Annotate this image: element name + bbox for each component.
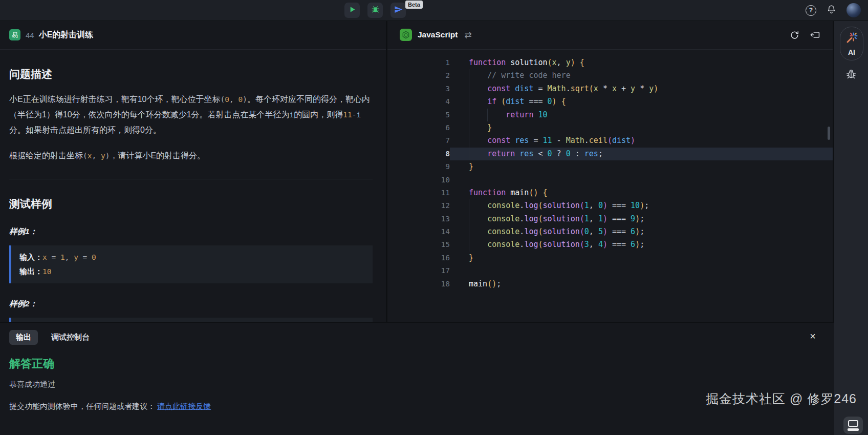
token	[506, 58, 510, 67]
token	[469, 149, 487, 158]
token: res	[584, 149, 598, 158]
code-line[interactable]: 17	[387, 264, 833, 277]
beta-badge: Beta	[405, 1, 423, 9]
bell-icon[interactable]	[827, 4, 836, 16]
token: 10	[631, 201, 640, 210]
editor-actions	[790, 30, 820, 40]
sample-label: 样例2：	[9, 299, 373, 309]
editor-panel: JavaScript ⇄ 1function solution(x, y) {2…	[387, 20, 833, 322]
line-number: 6	[387, 121, 450, 134]
examples-heading: 测试样例	[9, 197, 373, 211]
token: ?	[552, 149, 566, 158]
debug-panel-icon[interactable]	[845, 69, 857, 82]
token: 0	[225, 95, 229, 103]
token: ===	[607, 201, 631, 210]
code-line[interactable]: 2 // write code here	[387, 69, 833, 82]
code-line[interactable]: 12 console.log(solution(1, 0) === 10);	[387, 199, 833, 212]
reset-code-icon[interactable]	[790, 30, 799, 40]
token: 1	[584, 201, 589, 210]
indent-guide	[469, 82, 469, 95]
code-line[interactable]: 8 return res < 0 ? 0 : res;	[387, 148, 833, 160]
token: console	[487, 227, 519, 236]
code-line[interactable]: 9}	[387, 160, 833, 173]
editor-scrollbar[interactable]	[828, 127, 830, 140]
line-content: function main() {	[450, 187, 833, 199]
code-line[interactable]: 10	[387, 174, 833, 187]
line-content: }	[450, 252, 833, 264]
token: x	[552, 58, 557, 67]
token: (	[538, 240, 542, 249]
feedback-link[interactable]: 请点此链接反馈	[157, 402, 211, 410]
token: solution	[543, 227, 580, 236]
token	[496, 97, 501, 106]
ai-assistant-button[interactable]: AI	[840, 27, 863, 60]
token: main	[469, 279, 487, 288]
line-number: 13	[387, 213, 450, 225]
code-line[interactable]: 6 }	[387, 121, 833, 134]
code-line[interactable]: 14 console.log(solution(0, 5) === 6);	[387, 225, 833, 238]
code-line[interactable]: 3 const dist = Math.sqrt(x * x + y * y)	[387, 82, 833, 95]
token: 输入：	[19, 253, 42, 261]
problem-header: 易 44 小E的射击训练	[0, 20, 386, 50]
line-content: return 10	[450, 109, 833, 121]
token: ===	[607, 227, 631, 236]
indent-guide	[469, 238, 469, 251]
sample-row: 输出：10	[19, 264, 364, 279]
close-icon[interactable]: ×	[810, 331, 816, 341]
token: y	[631, 84, 635, 93]
token: -i	[352, 111, 361, 119]
token: return	[506, 110, 533, 119]
problem-title: 小E的射击训练	[39, 30, 94, 40]
token: ;	[598, 149, 603, 158]
help-icon[interactable]: ?	[806, 5, 816, 16]
switch-language-icon[interactable]: ⇄	[464, 30, 471, 40]
tab-output[interactable]: 输出	[9, 330, 38, 345]
token: 9	[631, 214, 635, 223]
token: (	[580, 227, 584, 236]
code-line[interactable]: 15 console.log(solution(3, 4) === 6);	[387, 238, 833, 251]
sample-row: 输入：x = 1, y = 0	[19, 250, 364, 264]
token: )	[635, 240, 640, 249]
submit-button[interactable]	[390, 3, 406, 18]
token: x	[42, 253, 47, 261]
code-editor[interactable]: 1function solution(x, y) {2 // write cod…	[387, 50, 833, 322]
token: function	[469, 58, 506, 67]
token	[538, 188, 542, 197]
token: (	[220, 95, 225, 103]
token	[469, 97, 487, 106]
tab-debug-console[interactable]: 调试控制台	[51, 333, 90, 342]
topbar-right: ?	[806, 0, 861, 20]
line-number: 15	[387, 238, 450, 251]
code-line[interactable]: 5 return 10	[387, 109, 833, 121]
code-line[interactable]: 7 const res = 11 - Math.ceil(dist)	[387, 134, 833, 147]
app-root: { "topbar": { "beta_label": "Beta" }, "p…	[0, 0, 868, 435]
token: 6	[631, 240, 635, 249]
format-icon[interactable]	[810, 30, 820, 40]
token	[469, 136, 487, 145]
token: )	[571, 58, 575, 67]
sample-block: 输入：x = 1, y = 0输出：10	[9, 245, 373, 283]
debug-run-button[interactable]	[367, 3, 383, 18]
token: )	[631, 136, 635, 145]
token: )	[603, 214, 607, 223]
user-avatar[interactable]	[847, 3, 861, 17]
token: 4	[598, 240, 603, 249]
token: =	[529, 136, 542, 145]
run-button[interactable]	[344, 3, 360, 18]
result-subtitle: 恭喜成功通过	[9, 380, 834, 389]
token: console	[487, 240, 519, 249]
code-line[interactable]: 11function main() {	[387, 187, 833, 199]
code-line[interactable]: 18main();	[387, 278, 833, 291]
token: solution	[543, 201, 580, 210]
code-line[interactable]: 4 if (dist === 0) {	[387, 95, 833, 108]
code-line[interactable]: 13 console.log(solution(1, 1) === 9);	[387, 213, 833, 225]
language-label[interactable]: JavaScript	[418, 30, 458, 39]
play-icon	[349, 6, 356, 15]
section-divider	[9, 179, 373, 179]
token: 0	[92, 253, 96, 261]
token: 5	[598, 227, 603, 236]
code-line[interactable]: 16}	[387, 252, 833, 264]
token: solution	[543, 214, 580, 223]
output-panel: 输出 调试控制台 × 解答正确 恭喜成功通过 提交功能内测体验中，任何问题或者建…	[0, 322, 834, 435]
code-line[interactable]: 1function solution(x, y) {	[387, 56, 833, 69]
